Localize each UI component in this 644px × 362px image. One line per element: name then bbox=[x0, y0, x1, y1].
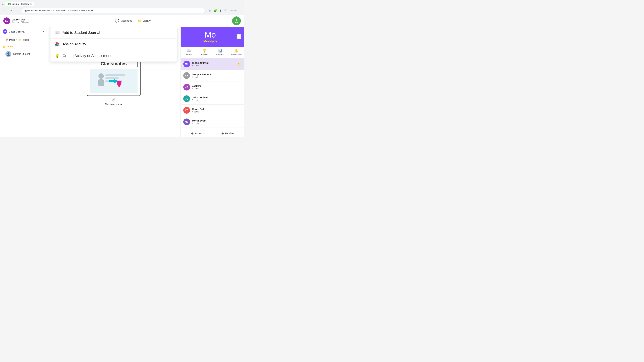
pinned-label: ⭐ Pinned bbox=[3, 45, 44, 48]
student-item[interactable]: 👤 Sample Student bbox=[3, 50, 44, 58]
menu-button[interactable]: ⋮ bbox=[238, 8, 242, 13]
nav-bar: ← → ↻ app.seesaw.me/#/class/class.e01bf4… bbox=[0, 7, 244, 14]
plus-families-icon: ➕ bbox=[221, 132, 224, 135]
tab-progress[interactable]: 📊 Progress bbox=[212, 46, 228, 58]
svg-rect-0 bbox=[105, 74, 126, 76]
student-name-2: John Louises bbox=[192, 96, 242, 99]
folders-button[interactable]: 📁 Folders bbox=[18, 38, 29, 41]
class-journal-posts: 8 posts bbox=[192, 64, 237, 67]
tab-notifications[interactable]: 🔔 Notifications bbox=[228, 46, 244, 58]
link-icon[interactable]: 🔗 bbox=[112, 98, 116, 102]
class-chevron-down-icon: ▾ bbox=[43, 30, 44, 33]
folder-icon: 📁 bbox=[18, 38, 21, 41]
list-item[interactable]: JP Jack Pot 6 posts bbox=[180, 81, 244, 93]
main-content: Mo Class Journal ▾ ‹ 📅 Dates › 📁 Folders… bbox=[0, 27, 244, 137]
students-button[interactable]: ➕ Students bbox=[183, 132, 211, 135]
progress-tab-icon: 📊 bbox=[218, 49, 222, 53]
dates-button[interactable]: 📅 Dates bbox=[6, 38, 15, 41]
activities-tab-icon: 💡 bbox=[202, 49, 206, 53]
user-name: Lauren Deli bbox=[12, 18, 29, 21]
student-name: Sample Student bbox=[13, 53, 30, 55]
user-details: Lauren Deli Teacher · 2 Classes bbox=[12, 18, 29, 23]
class-journal-info: Class Journal 8 posts bbox=[192, 61, 237, 67]
avatar-initials: LD bbox=[5, 19, 8, 22]
browser-prev-btn[interactable]: ⬅ bbox=[1, 2, 5, 6]
library-icon: 📁 bbox=[137, 19, 142, 23]
svg-point-3 bbox=[98, 73, 104, 79]
families-button[interactable]: ➕ Families bbox=[214, 132, 242, 135]
bookmark-button[interactable]: ☆ bbox=[208, 8, 212, 13]
prev-date-button[interactable]: ‹ bbox=[2, 38, 4, 42]
back-button[interactable]: ← bbox=[2, 8, 7, 13]
class-journal-row[interactable]: Mo Class Journal 8 posts 📁 bbox=[180, 58, 244, 70]
active-tab[interactable]: S Journal - Seesaw × bbox=[5, 2, 34, 6]
student-avatar-2: JL bbox=[183, 95, 190, 102]
class-title: Class Journal bbox=[9, 30, 25, 33]
student-posts-0: 8 posts bbox=[192, 76, 242, 78]
tab-title: Journal - Seesaw bbox=[12, 3, 29, 5]
class-journal-badge: Mo bbox=[183, 61, 190, 67]
tab-journal[interactable]: 📖 Journal bbox=[180, 46, 196, 58]
svg-rect-4 bbox=[98, 79, 104, 86]
class-illustration: Classmates bbox=[47, 54, 180, 110]
app-header: LD Lauren Deli Teacher · 2 Classes 💬 Mes… bbox=[0, 15, 244, 27]
list-item[interactable]: KD Karen Dale 4 posts bbox=[180, 105, 244, 116]
tab-activities[interactable]: 💡 Activities bbox=[196, 46, 212, 58]
extensions-button[interactable]: 🧩 bbox=[213, 8, 218, 13]
student-avatar-3: KD bbox=[183, 107, 190, 114]
right-sidebar: Mo Moodjoy ⚙ 📖 Journal 💡 Activities 📊 Pr… bbox=[180, 27, 244, 137]
student-name-3: Karen Dale bbox=[192, 108, 242, 110]
calendar-icon: 📅 bbox=[6, 38, 8, 41]
pinned-text: Pinned bbox=[6, 45, 14, 48]
library-nav-item[interactable]: 📁 Library bbox=[137, 19, 150, 23]
settings-button[interactable]: ⚙ bbox=[236, 34, 241, 39]
right-tabs: 📖 Journal 💡 Activities 📊 Progress 🔔 Noti… bbox=[180, 46, 244, 58]
url-bar[interactable]: app.seesaw.me/#/class/class.e01bf4c2-9a2… bbox=[21, 8, 206, 13]
activities-tab-label: Activities bbox=[200, 53, 208, 56]
add-button[interactable]: + Add bbox=[232, 16, 241, 25]
center-content: 📖 Add to Student Journal 📚 Assign Activi… bbox=[47, 27, 180, 137]
left-sidebar: Mo Class Journal ▾ ‹ 📅 Dates › 📁 Folders… bbox=[0, 27, 47, 137]
folder-icon: 📁 bbox=[237, 62, 242, 66]
list-item[interactable]: JL John Louises 5 posts bbox=[180, 93, 244, 105]
new-tab-button[interactable]: + bbox=[35, 1, 40, 6]
tab-favicon: S bbox=[8, 3, 11, 5]
student-avatar-1: JP bbox=[183, 84, 190, 90]
class-mo-badge: Mo bbox=[3, 29, 8, 34]
url-text: app.seesaw.me/#/class/class.e01bf4c2-9a2… bbox=[24, 9, 203, 12]
dropdown-item-assign-activity[interactable]: 📚 Assign Activity bbox=[50, 38, 177, 50]
list-item[interactable]: MS Mordi Seem 4 posts bbox=[180, 116, 244, 128]
class-caption: This is our class! bbox=[102, 102, 126, 107]
avatar: LD bbox=[3, 17, 10, 24]
notifications-tab-label: Notifications bbox=[231, 53, 242, 56]
student-list: Mo Class Journal 8 posts 📁 SS Sample Stu… bbox=[180, 58, 244, 130]
incognito-label: Incognito bbox=[228, 8, 237, 13]
messages-label: Messages bbox=[120, 19, 132, 22]
progress-tab-label: Progress bbox=[216, 53, 224, 56]
tab-close[interactable]: × bbox=[30, 3, 32, 5]
students-label: Students bbox=[194, 132, 204, 135]
person-icon: 👤 bbox=[6, 52, 10, 56]
student-posts-4: 4 posts bbox=[192, 122, 242, 124]
class-header[interactable]: Mo Class Journal ▾ bbox=[0, 27, 47, 36]
svg-rect-1 bbox=[105, 77, 119, 79]
families-label: Families bbox=[225, 132, 234, 135]
nav-icons: ☆ 🧩 ⬇ 🖥 Incognito ⋮ bbox=[208, 8, 242, 13]
create-activity-label: Create Activity or Assessment bbox=[62, 54, 111, 58]
download-button[interactable]: ⬇ bbox=[219, 8, 222, 13]
user-info: LD Lauren Deli Teacher · 2 Classes bbox=[3, 17, 34, 24]
nav-bar-inner: ‹ 📅 Dates › 📁 Folders bbox=[0, 36, 47, 43]
assign-activity-label: Assign Activity bbox=[62, 42, 86, 46]
dropdown-item-create-activity[interactable]: 💡 Create Activity or Assessment bbox=[50, 50, 177, 61]
dropdown-item-add-journal[interactable]: 📖 Add to Student Journal bbox=[50, 27, 177, 38]
messages-nav-item[interactable]: 💬 Messages bbox=[115, 19, 132, 23]
browser-chrome: ⬅ S Journal - Seesaw × + ← → ↻ app.seesa… bbox=[0, 0, 244, 15]
library-label: Library bbox=[143, 19, 150, 22]
right-sidebar-header: Mo Moodjoy ⚙ bbox=[180, 27, 244, 46]
refresh-button[interactable]: ↻ bbox=[15, 8, 20, 13]
student-info-0: Sample Student 8 posts bbox=[192, 73, 242, 78]
arrow-separator: › bbox=[16, 38, 17, 41]
cast-button[interactable]: 🖥 bbox=[223, 8, 227, 13]
list-item[interactable]: SS Sample Student 8 posts bbox=[180, 70, 244, 81]
forward-button[interactable]: → bbox=[8, 8, 14, 13]
